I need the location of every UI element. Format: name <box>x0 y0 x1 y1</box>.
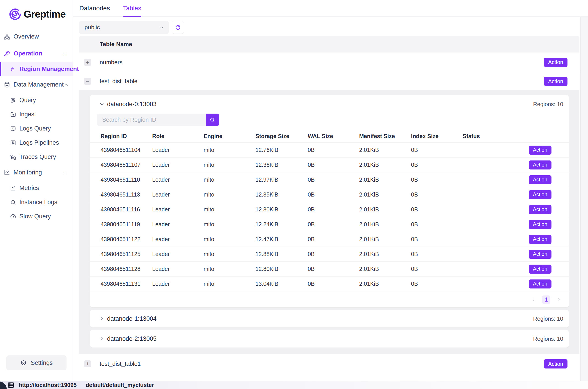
schema-select[interactable]: public <box>79 21 169 34</box>
region-action-button[interactable]: Action <box>529 161 552 169</box>
sidebar-item-instance-logs[interactable]: Instance Logs <box>0 195 73 209</box>
page-prev-icon[interactable] <box>531 297 536 302</box>
wal-size-cell: 0B <box>308 251 359 257</box>
table-name: test_dist_table1 <box>100 360 141 367</box>
table-row-test-dist-table: − test_dist_table Action <box>79 72 579 90</box>
manifest-size-cell: 2.01KiB <box>359 162 411 168</box>
region-id-cell: 4398046511116 <box>100 206 152 213</box>
sidebar-item-region-management[interactable]: Region Management <box>0 62 73 76</box>
datanode-label: datanode-0:13003 <box>107 101 157 108</box>
datanode-label: datanode-2:13005 <box>107 335 157 342</box>
index-size-cell: 0B <box>411 162 463 168</box>
region-action-button[interactable]: Action <box>529 265 552 274</box>
tab-tables[interactable]: Tables <box>123 0 141 17</box>
sidebar-item-slow-query[interactable]: Slow Query <box>0 209 73 224</box>
sidebar-item-query[interactable]: Query <box>0 93 73 107</box>
engine-cell: mito <box>204 176 256 183</box>
collapse-button[interactable]: − <box>84 78 91 85</box>
datanode-label: datanode-1:13004 <box>107 315 157 322</box>
region-id-cell: 4398046511128 <box>100 266 152 272</box>
datanode-2-header[interactable]: datanode-2:13005 Regions: 10 <box>90 330 569 348</box>
refresh-button[interactable] <box>172 21 184 34</box>
role-cell: Leader <box>152 147 204 153</box>
role-cell: Leader <box>152 266 204 272</box>
region-id-cell: 4398046511104 <box>100 147 152 153</box>
wal-size-cell: 0B <box>308 162 359 168</box>
scrollbar-track[interactable] <box>580 17 588 381</box>
index-size-cell: 0B <box>411 206 463 213</box>
pagination: 1 <box>90 292 569 307</box>
role-cell: Leader <box>152 281 204 287</box>
engine-cell: mito <box>204 206 256 213</box>
action-button[interactable]: Action <box>544 58 567 67</box>
region-id-cell: 4398046511113 <box>100 191 152 198</box>
region-action-button[interactable]: Action <box>529 205 552 214</box>
sidebar-item-data-management[interactable]: Data Management <box>0 76 73 93</box>
settings-icon <box>20 359 27 366</box>
region-action-button[interactable]: Action <box>529 235 552 244</box>
storage-size-cell: 12.35KiB <box>256 191 308 198</box>
region-action-button[interactable]: Action <box>529 146 552 155</box>
role-cell: Leader <box>152 221 204 228</box>
wal-size-cell: 0B <box>308 191 359 198</box>
region-action-button[interactable]: Action <box>529 220 552 229</box>
region-row: 4398046511119 Leader mito 12.24KiB 0B 2.… <box>90 217 569 232</box>
page-current[interactable]: 1 <box>542 295 550 304</box>
sidebar-item-overview[interactable]: Overview <box>0 28 73 45</box>
storage-size-cell: 12.76KiB <box>256 147 308 153</box>
region-action-button[interactable]: Action <box>529 190 552 199</box>
page-next-icon[interactable] <box>556 297 561 302</box>
chevron-right-icon <box>99 316 105 322</box>
datanode-card-0: datanode-0:13003 Regions: 10 <box>90 95 569 307</box>
datanode-1-header[interactable]: datanode-1:13004 Regions: 10 <box>90 310 569 327</box>
region-id-cell: 4398046511125 <box>100 251 152 257</box>
sidebar-item-ingest[interactable]: Ingest <box>0 107 73 122</box>
storage-size-cell: 13.04KiB <box>256 281 308 287</box>
engine-cell: mito <box>204 266 256 272</box>
expand-button[interactable]: + <box>84 59 91 66</box>
sidebar-nav: OverviewOperationRegion ManagementData M… <box>0 28 73 224</box>
chevron-up-icon <box>62 170 67 175</box>
action-button[interactable]: Action <box>544 359 567 368</box>
sidebar-item-operation[interactable]: Operation <box>0 45 73 62</box>
chevron-up-icon <box>64 82 69 87</box>
sidebar-item-metrics[interactable]: Metrics <box>0 181 73 195</box>
refresh-icon <box>174 24 181 31</box>
region-table-body: 4398046511104 Leader mito 12.76KiB 0B 2.… <box>90 143 569 292</box>
region-action-button[interactable]: Action <box>529 175 552 184</box>
storage-size-cell: 12.80KiB <box>256 266 308 272</box>
engine-cell: mito <box>204 221 256 228</box>
content: public Table Name + n <box>73 17 588 373</box>
region-search <box>97 114 569 126</box>
region-action-button[interactable]: Action <box>529 250 552 259</box>
expand-button[interactable]: + <box>84 360 91 367</box>
logo-text: Greptime <box>24 8 65 20</box>
connection-url: http://localhost:19095 <box>19 382 77 388</box>
chevron-down-icon <box>159 25 164 30</box>
wal-size-cell: 0B <box>308 206 359 213</box>
region-search-input[interactable] <box>97 114 206 126</box>
datanode-card-1: datanode-1:13004 Regions: 10 <box>90 310 569 327</box>
sidebar-item-logs-query[interactable]: Logs Query <box>0 122 73 136</box>
tab-datanodes[interactable]: Datanodes <box>79 0 110 17</box>
sidebar-item-traces-query[interactable]: Traces Query <box>0 150 73 164</box>
database-icon <box>4 81 10 88</box>
region-search-button[interactable] <box>206 114 219 126</box>
settings-button[interactable]: Settings <box>6 356 66 370</box>
wal-size-cell: 0B <box>308 236 359 243</box>
index-size-cell: 0B <box>411 281 463 287</box>
index-size-cell: 0B <box>411 221 463 228</box>
region-action-button[interactable]: Action <box>529 279 552 289</box>
sidebar-item-monitoring[interactable]: Monitoring <box>0 164 73 181</box>
magnifier-icon <box>10 199 16 206</box>
datanode-region: datanode-0:13003 Regions: 10 <box>79 90 579 354</box>
datanode-0-header[interactable]: datanode-0:13003 Regions: 10 <box>90 95 569 108</box>
region-row: 4398046511116 Leader mito 12.30KiB 0B 2.… <box>90 202 569 217</box>
sidebar-item-logs-pipelines[interactable]: Logs Pipelines <box>0 136 73 150</box>
engine-cell: mito <box>204 162 256 168</box>
wal-size-cell: 0B <box>308 147 359 153</box>
action-button[interactable]: Action <box>544 77 567 86</box>
sidebar: Greptime OverviewOperationRegion Managem… <box>0 0 73 381</box>
sitemap-icon <box>4 33 10 40</box>
logo[interactable]: Greptime <box>0 0 73 28</box>
